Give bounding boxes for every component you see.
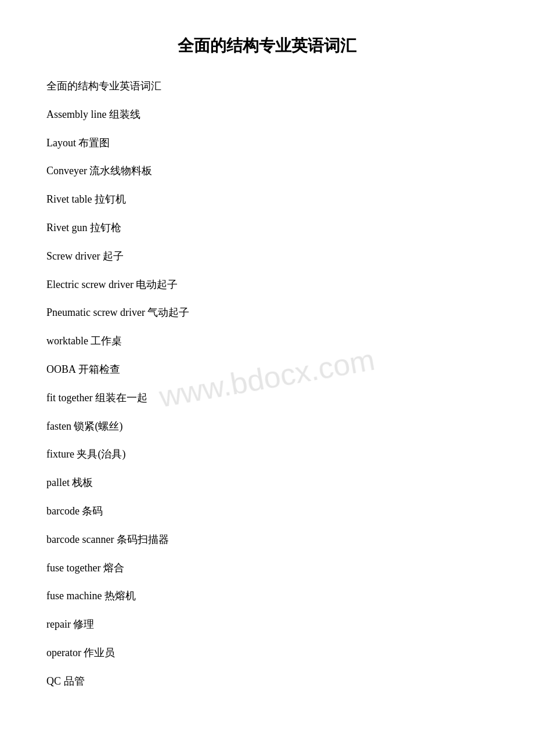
list-item: worktable 工作桌 (46, 333, 488, 350)
vocab-list: 全面的结构专业英语词汇Assembly line 组装线Layout 布置图Co… (46, 78, 488, 690)
list-item: Electric screw driver 电动起子 (46, 276, 488, 293)
list-item: pallet 栈板 (46, 474, 488, 491)
list-item: Conveyer 流水线物料板 (46, 163, 488, 179)
list-item: Rivet table 拉钉机 (46, 191, 488, 208)
list-item: OOBA 开箱检查 (46, 361, 488, 378)
list-item: Pneumatic screw driver 气动起子 (46, 304, 488, 321)
list-item: QC 品管 (46, 673, 488, 690)
page-title: 全面的结构专业英语词汇 (46, 35, 488, 57)
list-item: fixture 夹具(治具) (46, 446, 488, 463)
list-item: Layout 布置图 (46, 135, 488, 152)
list-item: 全面的结构专业英语词汇 (46, 78, 488, 95)
list-item: fuse machine 热熔机 (46, 588, 488, 604)
list-item: fit together 组装在一起 (46, 390, 488, 406)
list-item: barcode scanner 条码扫描器 (46, 531, 488, 548)
list-item: fuse together 熔合 (46, 560, 488, 577)
list-item: Assembly line 组装线 (46, 106, 488, 123)
list-item: fasten 锁紧(螺丝) (46, 418, 488, 435)
list-item: barcode 条码 (46, 503, 488, 520)
list-item: Screw driver 起子 (46, 248, 488, 265)
list-item: Rivet gun 拉钉枪 (46, 219, 488, 236)
list-item: repair 修理 (46, 616, 488, 633)
list-item: operator 作业员 (46, 645, 488, 661)
